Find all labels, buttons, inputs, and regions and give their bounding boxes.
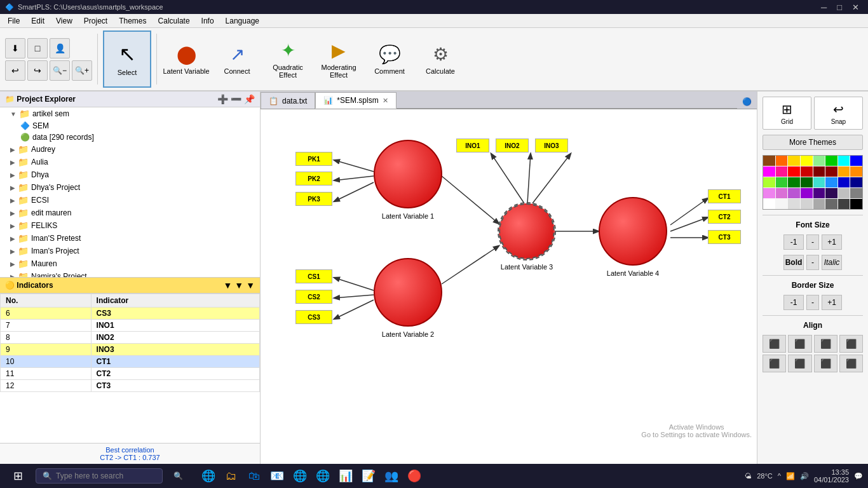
quadratic-effect-button[interactable]: ✦ Quadratic Effect	[264, 30, 312, 88]
tree-item-artikel-sem[interactable]: ▼ 📁 artikel sem	[0, 107, 260, 120]
grid-button[interactable]: ⊞ Grid	[763, 97, 811, 130]
menu-file[interactable]: File	[3, 15, 25, 27]
menu-edit[interactable]: Edit	[26, 15, 50, 27]
latent-variable-button[interactable]: ⬤ Latent Variable	[162, 30, 210, 88]
menu-project[interactable]: Project	[79, 15, 112, 27]
color-cell[interactable]	[850, 177, 862, 187]
collapse-icon[interactable]: ➕	[217, 94, 228, 104]
tree-item-mauren[interactable]: ▶ 📁 Mauren	[0, 257, 260, 270]
color-cell[interactable]	[838, 188, 850, 198]
taskbar-app-mail[interactable]: 📧	[267, 466, 287, 486]
align-right-top-btn[interactable]: ⬛	[814, 335, 837, 353]
new-window-btn[interactable]: □	[27, 38, 48, 58]
filter-btn-1[interactable]: ▼	[223, 280, 232, 290]
color-cell[interactable]	[776, 166, 788, 177]
table-row[interactable]: 7 INO1	[1, 320, 260, 332]
color-cell[interactable]	[825, 177, 837, 187]
indicator-pk3[interactable]: PK3	[295, 192, 332, 206]
zoom-in-btn[interactable]: 🔍+	[72, 60, 92, 81]
align-center-top-btn[interactable]: ⬛	[788, 335, 811, 353]
color-cell[interactable]	[850, 156, 862, 166]
indicator-ct3[interactable]: CT3	[708, 230, 741, 244]
align-right-mid-btn[interactable]: ⬛	[814, 355, 837, 372]
taskbar-app-edge[interactable]: 🌐	[198, 466, 219, 486]
table-row[interactable]: 8 INO2	[1, 332, 260, 344]
indicator-ct2[interactable]: CT2	[708, 210, 741, 224]
color-cell[interactable]	[825, 188, 837, 198]
close-button[interactable]: ✕	[848, 3, 863, 12]
color-cell[interactable]	[813, 188, 825, 198]
color-cell[interactable]	[813, 166, 825, 177]
taskbar-app-store[interactable]: 🛍	[244, 466, 264, 486]
table-row[interactable]: 11 CT2	[1, 368, 260, 380]
calculate-button[interactable]: ⚙ Calculate	[416, 30, 465, 88]
color-cell[interactable]	[850, 199, 862, 209]
latent-variable-3[interactable]	[499, 203, 555, 259]
maximize-button[interactable]: □	[833, 3, 846, 12]
tree-item-audrey[interactable]: ▶ 📁 Audrey	[0, 143, 260, 156]
tab-sem-close[interactable]: ✕	[383, 97, 388, 105]
tree-item-dhya[interactable]: ▶ 📁 Dhya	[0, 168, 260, 181]
taskbar-app-misc[interactable]: 🔴	[404, 466, 424, 486]
tree-item-dhya-project[interactable]: ▶ 📁 Dhya's Project	[0, 181, 260, 194]
color-cell[interactable]	[788, 199, 800, 209]
color-cell[interactable]	[788, 188, 800, 198]
undo-btn[interactable]: ↩	[5, 60, 25, 81]
taskbar-app-browser1[interactable]: 🌐	[290, 466, 310, 486]
indicator-cs1[interactable]: CS1	[295, 269, 332, 283]
color-cell[interactable]	[763, 166, 775, 177]
select-button[interactable]: ↖ Select	[103, 30, 151, 88]
color-cell[interactable]	[813, 177, 825, 187]
menu-language[interactable]: Language	[220, 15, 264, 27]
color-cell[interactable]	[801, 156, 813, 166]
table-row[interactable]: 9 INO3	[1, 344, 260, 356]
font-size-plus-btn[interactable]: +1	[822, 234, 842, 250]
canvas-area[interactable]: Latent Variable 1 Latent Variable 2 Late…	[261, 109, 757, 464]
snap-button[interactable]: ↩ Snap	[814, 97, 863, 130]
tab-data[interactable]: 📋 data.txt	[261, 92, 315, 109]
color-cell[interactable]	[801, 188, 813, 198]
color-cell[interactable]	[763, 156, 775, 166]
color-cell[interactable]	[788, 166, 800, 177]
color-cell[interactable]	[763, 199, 775, 209]
table-row[interactable]: 6 CS3	[1, 308, 260, 320]
color-cell[interactable]	[763, 188, 775, 198]
color-cell[interactable]	[788, 156, 800, 166]
taskbar-search[interactable]: 🔍 Type here to search	[36, 468, 163, 484]
tree-item-data[interactable]: 🟢 data [290 records]	[0, 132, 260, 143]
table-row[interactable]: 10 CT1	[1, 356, 260, 368]
color-cell[interactable]	[776, 188, 788, 198]
indicator-ino1[interactable]: INO1	[456, 139, 489, 152]
bold-button[interactable]: Bold	[783, 255, 804, 270]
color-cell[interactable]	[813, 199, 825, 209]
project-explorer-controls[interactable]: ➕ ➖ 📌	[217, 94, 255, 104]
color-cell[interactable]	[838, 156, 850, 166]
download-btn[interactable]: ⬇	[5, 38, 25, 58]
color-cell[interactable]	[838, 166, 850, 177]
filter-btn-3[interactable]: ▼	[246, 280, 255, 290]
color-cell[interactable]	[850, 166, 862, 177]
start-button[interactable]: ⊞	[5, 466, 31, 485]
color-cell[interactable]	[788, 177, 800, 187]
indicator-pk1[interactable]: PK1	[295, 152, 332, 166]
color-cell[interactable]	[776, 199, 788, 209]
menu-info[interactable]: Info	[196, 15, 219, 27]
align-left-mid-btn[interactable]: ⬛	[763, 355, 786, 372]
color-cell[interactable]	[825, 199, 837, 209]
task-view-btn[interactable]: 🔍	[168, 466, 188, 486]
font-size-minus-btn[interactable]: -1	[783, 234, 804, 250]
table-row[interactable]: 12 CT3	[1, 380, 260, 392]
indicator-cs3[interactable]: CS3	[295, 310, 332, 324]
color-cell[interactable]	[776, 177, 788, 187]
menu-view[interactable]: View	[51, 15, 78, 27]
tree-item-aulia[interactable]: ▶ 📁 Aulia	[0, 156, 260, 168]
color-cell[interactable]	[825, 166, 837, 177]
tree-item-ecsi[interactable]: ▶ 📁 ECSI	[0, 194, 260, 207]
color-cell[interactable]	[763, 177, 775, 187]
more-themes-button[interactable]: More Themes	[763, 135, 863, 150]
tab-sem[interactable]: 📊 *SEM.splsm ✕	[315, 92, 396, 109]
latent-variable-1[interactable]	[374, 140, 442, 208]
color-cell[interactable]	[776, 156, 788, 166]
minimize-button[interactable]: ─	[817, 3, 831, 12]
latent-variable-4[interactable]	[599, 197, 667, 266]
